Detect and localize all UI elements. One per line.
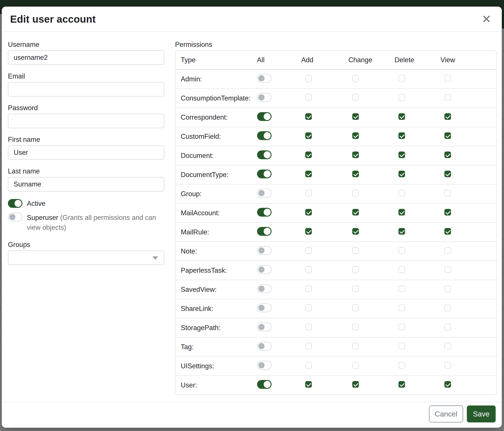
perm-add-checkbox[interactable] [305, 152, 312, 158]
perm-all-toggle[interactable] [257, 304, 271, 312]
perm-add-checkbox[interactable] [305, 132, 312, 139]
perm-add-checkbox[interactable] [305, 209, 312, 216]
perm-cell-all [257, 323, 301, 333]
perm-change-checkbox[interactable] [352, 113, 359, 120]
perm-all-toggle[interactable] [257, 227, 271, 236]
perm-all-toggle[interactable] [257, 342, 271, 350]
perm-add-checkbox[interactable] [305, 266, 312, 273]
perm-delete-checkbox[interactable] [398, 171, 405, 177]
perm-change-checkbox[interactable] [352, 324, 359, 330]
perm-add-checkbox[interactable] [305, 228, 312, 235]
perm-change-checkbox[interactable] [352, 75, 359, 81]
username-input[interactable] [8, 50, 164, 65]
perm-add-checkbox[interactable] [305, 190, 312, 196]
superuser-toggle[interactable] [8, 213, 22, 221]
perm-view-checkbox[interactable] [444, 305, 451, 311]
perm-view-checkbox[interactable] [444, 324, 451, 330]
perm-all-toggle[interactable] [257, 112, 271, 121]
perm-all-toggle[interactable] [257, 93, 271, 102]
perm-delete-checkbox[interactable] [398, 113, 405, 120]
perm-add-checkbox[interactable] [305, 305, 312, 311]
perm-delete-checkbox[interactable] [398, 266, 405, 273]
perm-all-toggle[interactable] [257, 189, 271, 198]
perm-change-checkbox[interactable] [352, 285, 359, 292]
perm-delete-checkbox[interactable] [398, 285, 405, 292]
perm-delete-checkbox[interactable] [398, 362, 405, 368]
perm-view-checkbox[interactable] [444, 94, 451, 101]
perm-view-checkbox[interactable] [444, 75, 451, 81]
perm-all-toggle[interactable] [257, 284, 271, 293]
perm-change-checkbox[interactable] [352, 362, 359, 368]
perm-change-checkbox[interactable] [352, 343, 359, 350]
email-field[interactable] [8, 82, 164, 97]
perm-delete-checkbox[interactable] [398, 152, 405, 158]
perm-add-checkbox[interactable] [305, 285, 312, 292]
perm-all-toggle[interactable] [257, 380, 271, 389]
perm-delete-checkbox[interactable] [398, 94, 405, 101]
last-name-input[interactable] [8, 177, 164, 191]
perm-view-checkbox[interactable] [444, 132, 451, 139]
perm-view-checkbox[interactable] [444, 209, 451, 216]
perm-view-checkbox[interactable] [444, 190, 451, 196]
perm-change-checkbox[interactable] [352, 266, 359, 273]
perm-add-checkbox[interactable] [305, 113, 312, 120]
save-button[interactable]: Save [467, 405, 496, 422]
cancel-button[interactable]: Cancel [429, 405, 463, 422]
perm-change-checkbox[interactable] [352, 247, 359, 254]
perm-delete-checkbox[interactable] [398, 324, 405, 330]
perm-view-checkbox[interactable] [444, 266, 451, 273]
perm-cell-delete [395, 75, 441, 83]
perm-all-toggle[interactable] [257, 265, 271, 274]
perm-delete-checkbox[interactable] [398, 247, 405, 254]
perm-change-checkbox[interactable] [352, 305, 359, 311]
perm-delete-checkbox[interactable] [398, 343, 405, 350]
perm-delete-checkbox[interactable] [398, 381, 405, 388]
perm-delete-checkbox[interactable] [398, 132, 405, 139]
perm-change-checkbox[interactable] [352, 171, 359, 177]
perm-delete-checkbox[interactable] [398, 75, 405, 81]
close-icon[interactable]: ✕ [479, 13, 494, 26]
perm-add-checkbox[interactable] [305, 171, 312, 177]
perm-add-checkbox[interactable] [305, 381, 312, 388]
perm-add-checkbox[interactable] [305, 362, 312, 368]
perm-all-toggle[interactable] [257, 208, 271, 217]
first-name-input[interactable] [8, 145, 164, 160]
perm-view-checkbox[interactable] [444, 171, 451, 177]
perm-cell-delete [395, 152, 441, 160]
perm-change-checkbox[interactable] [352, 152, 359, 158]
perm-add-checkbox[interactable] [305, 94, 312, 101]
groups-select[interactable] [8, 251, 164, 265]
perm-view-checkbox[interactable] [444, 285, 451, 292]
perm-add-checkbox[interactable] [305, 324, 312, 330]
perm-all-toggle[interactable] [257, 170, 271, 178]
perm-delete-checkbox[interactable] [398, 228, 405, 235]
active-toggle[interactable] [8, 199, 22, 208]
perm-change-checkbox[interactable] [352, 132, 359, 139]
password-field[interactable] [8, 114, 164, 128]
perm-change-checkbox[interactable] [352, 209, 359, 216]
perm-delete-checkbox[interactable] [398, 190, 405, 196]
perm-view-checkbox[interactable] [444, 228, 451, 235]
perm-add-checkbox[interactable] [305, 247, 312, 254]
perm-view-checkbox[interactable] [444, 362, 451, 368]
perm-view-checkbox[interactable] [444, 247, 451, 254]
perm-view-checkbox[interactable] [444, 113, 451, 120]
perm-all-toggle[interactable] [257, 246, 271, 255]
perm-change-checkbox[interactable] [352, 190, 359, 196]
perm-view-checkbox[interactable] [444, 381, 451, 388]
perm-change-checkbox[interactable] [352, 228, 359, 235]
perm-all-toggle[interactable] [257, 323, 271, 331]
perm-add-checkbox[interactable] [305, 75, 312, 81]
permission-row: Tag: [175, 337, 496, 356]
perm-view-checkbox[interactable] [444, 152, 451, 158]
perm-all-toggle[interactable] [257, 361, 271, 370]
perm-add-checkbox[interactable] [305, 343, 312, 350]
perm-all-toggle[interactable] [257, 131, 271, 140]
perm-view-checkbox[interactable] [444, 343, 451, 350]
perm-delete-checkbox[interactable] [398, 305, 405, 311]
perm-change-checkbox[interactable] [352, 94, 359, 101]
perm-all-toggle[interactable] [257, 74, 271, 83]
perm-delete-checkbox[interactable] [398, 209, 405, 216]
perm-change-checkbox[interactable] [352, 381, 359, 388]
perm-all-toggle[interactable] [257, 150, 271, 159]
